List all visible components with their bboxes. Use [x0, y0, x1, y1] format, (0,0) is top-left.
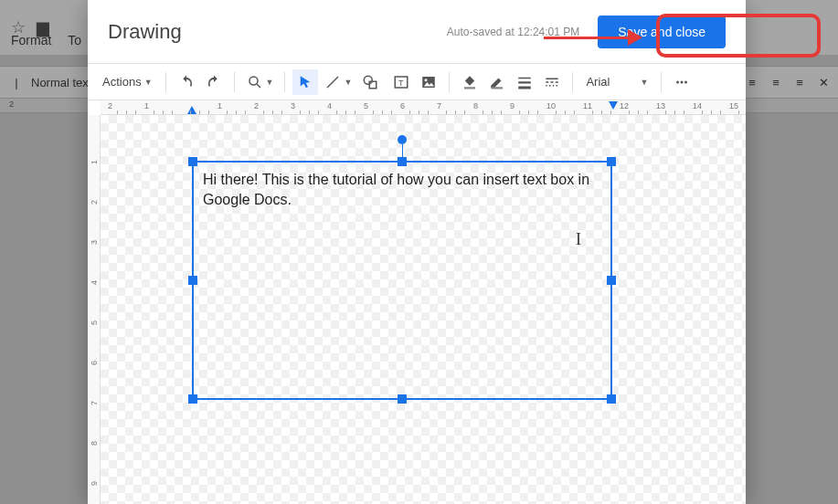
more-options-button[interactable] [669, 69, 695, 95]
svg-rect-13 [519, 86, 532, 89]
ruler-v-num: 6 [90, 361, 99, 365]
ruler-h-num: 15 [729, 101, 738, 110]
svg-rect-21 [557, 85, 558, 87]
svg-point-22 [676, 80, 679, 83]
zoom-button[interactable]: ▼ [242, 69, 278, 95]
line-tool[interactable]: ▼ [320, 69, 355, 95]
fill-color-button[interactable] [457, 69, 483, 95]
text-box-content[interactable]: Hi there! This is the tutorial of how yo… [203, 170, 601, 209]
svg-point-3 [365, 76, 373, 84]
ruler-v-num: 8 [90, 441, 99, 446]
rotate-handle[interactable] [398, 135, 407, 144]
rotate-connector [402, 144, 403, 158]
svg-rect-19 [549, 85, 551, 87]
ruler-v-num: 1 [90, 160, 99, 164]
shape-tool[interactable] [357, 69, 387, 95]
drawing-toolbar: Actions ▼ ▼ ▼ T Arial ▼ [88, 64, 746, 100]
separator [165, 72, 166, 92]
modal-header: Drawing Auto-saved at 12:24:01 PM Save a… [88, 0, 746, 64]
svg-text:T: T [398, 78, 404, 87]
ruler-h-num: 1 [217, 101, 222, 110]
ruler-v-num: 4 [90, 280, 99, 285]
canvas-area: 123456789 Hi there! This is the tutorial… [88, 115, 746, 504]
ruler-h-num: 13 [656, 101, 665, 110]
ruler-h-num: 3 [291, 101, 295, 110]
textbox-tool[interactable]: T [388, 69, 414, 95]
modal-title: Drawing [108, 20, 182, 44]
indent-decrease-icon: ≡ [743, 73, 761, 91]
align-icon: ≡ [790, 73, 809, 91]
svg-rect-12 [519, 81, 532, 83]
ruler-h-num: 1 [144, 101, 149, 110]
ruler-h-num: 12 [620, 101, 629, 110]
docs-menu: Format To [11, 33, 81, 47]
resize-handle-tl[interactable] [188, 157, 197, 166]
ruler-h-num: 10 [546, 101, 556, 110]
margin-marker-end[interactable] [609, 101, 618, 110]
actions-menu[interactable]: Actions ▼ [97, 71, 158, 92]
resize-handle-bm[interactable] [398, 394, 407, 404]
resize-handle-tm[interactable] [398, 157, 407, 166]
resize-handle-tr[interactable] [607, 157, 616, 166]
chevron-down-icon: ▼ [144, 78, 153, 87]
vertical-ruler[interactable]: 123456789 [88, 115, 101, 504]
drawing-modal: Drawing Auto-saved at 12:24:01 PM Save a… [88, 0, 746, 504]
menu-format: Format [11, 33, 51, 47]
ruler-v-num: 7 [90, 401, 99, 405]
ruler-h-num: 7 [437, 101, 441, 110]
svg-rect-9 [464, 87, 475, 89]
resize-handle-mr[interactable] [607, 276, 616, 285]
ruler-h-num: 14 [693, 101, 702, 110]
separator [449, 72, 450, 92]
horizontal-ruler[interactable]: 2112345678910111213141516 [101, 100, 746, 115]
select-tool[interactable] [292, 69, 318, 95]
margin-marker-start[interactable] [187, 106, 196, 114]
text-cursor-icon: I [576, 230, 581, 249]
separator [284, 72, 285, 92]
font-selector[interactable]: Arial ▼ [580, 73, 653, 90]
ruler-v-num: 2 [90, 200, 99, 205]
menu-tools: To [68, 33, 81, 47]
autosave-status: Auto-saved at 12:24:01 PM [447, 26, 579, 38]
save-and-close-button[interactable]: Save and close [598, 16, 726, 48]
ruler-h-num: 9 [510, 101, 514, 110]
undo-button[interactable] [174, 69, 199, 95]
resize-handle-bl[interactable] [188, 394, 197, 404]
svg-rect-16 [551, 81, 554, 83]
svg-rect-15 [546, 81, 549, 83]
text-box[interactable]: Hi there! This is the tutorial of how yo… [192, 161, 612, 400]
svg-rect-18 [546, 85, 548, 87]
svg-line-1 [257, 84, 260, 88]
redo-button[interactable] [201, 69, 227, 95]
svg-point-24 [684, 80, 687, 83]
svg-rect-14 [546, 78, 559, 79]
drawing-canvas[interactable]: Hi there! This is the tutorial of how yo… [101, 115, 746, 504]
ruler-v-num: 3 [90, 240, 99, 245]
ruler-h-num: 5 [364, 101, 368, 110]
svg-point-23 [681, 80, 684, 83]
ruler-h-num: 8 [473, 101, 478, 110]
ruler-h-num: 11 [583, 101, 592, 110]
image-tool[interactable] [416, 69, 441, 95]
svg-line-2 [327, 77, 338, 88]
ruler-v-num: 5 [90, 320, 99, 325]
resize-handle-br[interactable] [607, 394, 616, 404]
svg-rect-11 [519, 77, 532, 79]
svg-rect-4 [370, 81, 377, 89]
actions-label: Actions [102, 75, 142, 89]
separator [661, 72, 662, 92]
ruler-mark: 2 [9, 100, 14, 109]
resize-handle-ml[interactable] [188, 276, 197, 285]
ruler-h-num: 2 [108, 101, 112, 110]
clear-icon: ✕ [814, 73, 833, 91]
ruler-v-num: 9 [90, 481, 99, 486]
divider-icon: | [7, 73, 26, 91]
style-selector: Normal text [31, 76, 91, 89]
border-dash-button[interactable] [539, 69, 565, 95]
indent-increase-icon: ≡ [767, 73, 785, 91]
svg-point-8 [425, 79, 428, 81]
border-color-button[interactable] [484, 69, 510, 95]
border-weight-button[interactable] [512, 69, 537, 95]
ruler-h-num: 2 [254, 101, 259, 110]
font-name: Arial [586, 75, 610, 89]
